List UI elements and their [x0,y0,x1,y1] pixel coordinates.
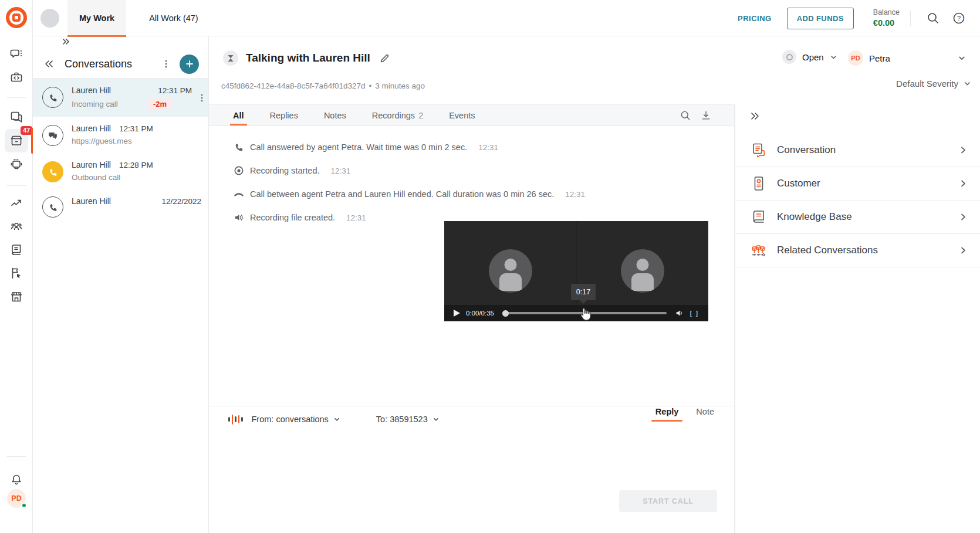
conversation-subtitle: https://guest.mes [72,137,132,145]
conversation-name: Lauren Hill [72,196,111,206]
thread-age: 3 minutes ago [375,82,425,90]
left-rail: 47 PD [0,0,33,533]
bot-icon[interactable] [5,152,28,176]
presence-dot [21,503,27,508]
thread-tabs: All Replies Notes Recordings2 Events [209,104,734,126]
context-sidebar: Conversation Customer Knowledge Base [735,104,980,533]
app-logo-icon [6,7,27,28]
search-thread-icon[interactable] [680,110,691,121]
pricing-link[interactable]: PRICING [738,14,772,23]
conversations-panel: Conversations Lauren Hill12:31 PM Incomi… [33,36,209,533]
inbox-icon[interactable]: 47 [5,129,28,152]
recording-player: 0:00/0:35 [ ] 0:17 [444,221,708,321]
dev-tools-icon[interactable] [5,66,28,89]
conversation-time: 12/22/2022 [161,197,201,206]
inbox-count-badge: 47 [21,126,32,135]
sla-badge: -2m [148,99,172,110]
conversation-kebab-icon[interactable] [198,93,206,103]
workspace-avatar[interactable] [40,9,59,28]
sidebar-item-conversation[interactable]: Conversation [735,134,980,167]
tab-replies[interactable]: Replies [269,105,299,125]
contacts-icon[interactable] [5,215,28,238]
marketplace-icon[interactable] [5,285,28,308]
help-icon[interactable]: ? [952,11,966,25]
volume-icon[interactable] [675,308,684,318]
conversation-time: 12:31 PM [119,124,153,133]
hangup-icon [234,189,244,199]
voice-channel-icon [228,413,243,425]
chevron-down-icon[interactable] [958,54,966,62]
participant-avatar [489,249,532,293]
svg-text:?: ? [957,15,961,22]
participant-avatar [621,249,664,293]
from-dropdown[interactable]: From: conversations [252,415,340,424]
assignee-dropdown[interactable]: PD Petra [848,50,890,66]
chat-icon [42,125,63,146]
chevron-right-icon [959,146,967,154]
new-conversation-button[interactable] [180,55,199,74]
profile-avatar[interactable]: PD [7,489,26,508]
conversation-list-item[interactable]: Lauren Hill12/22/2022 [33,189,208,225]
tab-recordings[interactable]: Recordings2 [371,105,424,125]
tab-notes[interactable]: Notes [323,105,347,125]
analytics-icon[interactable] [5,191,28,215]
tab-my-work[interactable]: My Work [67,0,126,36]
pending-status-icon [223,50,238,66]
chevron-right-icon [959,213,967,221]
event-row: Call between agent Petra and Lauren Hill… [234,182,722,206]
player-controls: 0:00/0:35 [ ] [444,305,708,321]
composer-divider [209,406,734,406]
tab-note[interactable]: Note [696,407,714,422]
start-call-button[interactable]: START CALL [619,490,717,512]
campaigns-icon[interactable] [5,262,28,285]
sidebar-item-customer[interactable]: Customer [735,167,980,201]
panel-kebab-icon[interactable] [160,57,173,70]
chat-options-icon[interactable] [5,42,28,66]
panel-expand-icon[interactable] [62,38,71,46]
sidebar-item-related-conversations[interactable]: Related Conversations [735,234,980,267]
bell-icon[interactable] [5,468,28,491]
conversation-time: 12:28 PM [119,161,153,169]
tab-reply[interactable]: Reply [655,407,679,422]
book-icon[interactable] [5,238,28,262]
conversation-name: Lauren Hill [72,160,111,169]
tab-events[interactable]: Events [448,105,476,125]
player-time: 0:00/0:35 [466,310,494,317]
status-dropdown[interactable]: Open [782,50,837,64]
add-funds-button[interactable]: ADD FUNDS [787,8,854,29]
conversation-list-item[interactable]: Lauren Hill12:31 PM Incoming call-2m [33,79,208,117]
conversation-name: Lauren Hill [72,124,111,133]
severity-dropdown[interactable]: Default Severity [896,79,971,89]
conversation-subtitle: Incoming call [72,100,118,108]
phone-icon [234,142,244,152]
balance-value: €0.00 [873,18,900,29]
play-button[interactable] [454,310,460,317]
event-timeline: Call answered by agent Petra. Wait time … [234,135,722,229]
sidebar-collapse-icon[interactable] [750,111,762,121]
incoming-call-icon [42,87,63,108]
tab-all-work[interactable]: All Work (47) [137,0,210,36]
related-conversations-icon [751,242,767,259]
event-row: Call answered by agent Petra. Wait time … [234,135,722,159]
panel-collapse-icon[interactable] [42,59,54,69]
to-dropdown[interactable]: To: 38591523 [376,415,440,424]
download-icon[interactable] [700,110,712,121]
thread-id: c45fd862-412e-44a8-8c5f-7a64f01d327d [221,82,365,90]
edit-title-icon[interactable] [379,53,390,64]
thread-title: Talking with Lauren Hill [246,52,370,64]
top-bar: My Work All Work (47) PRICING ADD FUNDS … [33,0,980,36]
customer-icon [751,175,767,192]
speaker-icon [234,212,244,223]
seek-thumb[interactable] [502,310,509,317]
search-icon[interactable] [926,11,940,25]
fullscreen-button[interactable]: [ ] [690,310,699,317]
all-conversations-icon[interactable] [5,106,28,129]
conversation-list-item[interactable]: Lauren Hill12:28 PM Outbound call [33,153,208,189]
conversation-list-item[interactable]: Lauren Hill12:31 PM https://guest.mes [33,117,208,153]
panel-title: Conversations [65,58,160,70]
sidebar-item-knowledge-base[interactable]: Knowledge Base [735,201,980,234]
tab-all[interactable]: All [232,105,245,125]
conversation-subtitle: Outbound call [72,173,120,182]
chevron-down-icon [333,416,340,423]
outbound-call-icon [42,161,63,182]
